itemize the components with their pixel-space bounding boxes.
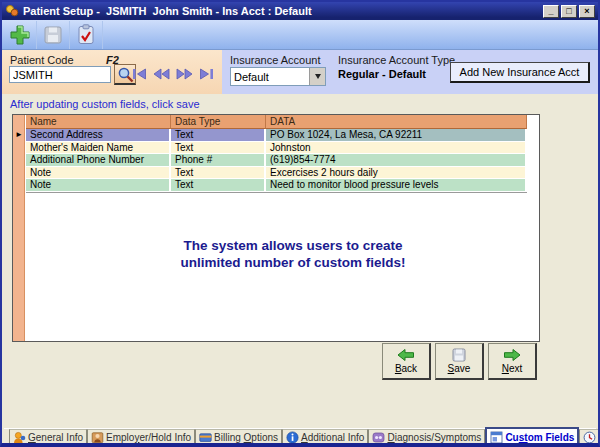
grid-header-cell: Data Type (171, 115, 266, 129)
grid-header-cell: Name (26, 115, 171, 129)
tab-custom-fields-label: Custom Fields (505, 432, 574, 443)
grid-cell[interactable]: Note (26, 179, 171, 192)
grid-cell[interactable]: Text (171, 167, 266, 180)
grid-cell[interactable]: Phone # (171, 154, 266, 167)
floppy-icon (43, 25, 63, 45)
person-icon (13, 431, 26, 444)
tab-billing-options[interactable]: Billing Options (195, 429, 282, 446)
tab-additional-info[interactable]: Additional Info (282, 429, 368, 446)
grid-cell[interactable]: Additional Phone Number (26, 154, 171, 167)
verify-button[interactable] (70, 21, 103, 49)
add-new-insurance-acct-button[interactable]: Add New Insurance Acct (450, 62, 590, 83)
tab-employer-hold-info-label: Employer/Hold Info (106, 432, 191, 443)
nav-first-icon[interactable] (132, 68, 147, 80)
bottom-tab-bar: General InfoEmployer/Hold InfoBilling Op… (4, 428, 596, 447)
title-bar: Patient Setup - JSMITH John Smith - Ins … (2, 2, 598, 20)
diagnosis-icon (372, 431, 385, 444)
grid-row[interactable]: Additional Phone NumberPhone #(619)854-7… (26, 154, 527, 167)
arrow-left-icon (397, 348, 415, 362)
grid-cell[interactable]: Second Address (26, 129, 171, 142)
tab-employer-hold-info[interactable]: Employer/Hold Info (87, 429, 195, 446)
grid-header-cell: DATA (266, 115, 527, 129)
floppy-small-icon (452, 348, 466, 362)
maximize-button[interactable]: □ (561, 5, 577, 18)
patient-code-input[interactable] (9, 66, 111, 83)
save-button[interactable]: Save (435, 343, 484, 380)
grid-cell[interactable]: (619)854-7774 (266, 154, 527, 167)
grid-row[interactable]: NoteTextExcercises 2 hours daily (26, 167, 527, 180)
insurance-account-value: Default (231, 71, 309, 83)
main-toolbar (2, 20, 598, 50)
employer-icon (91, 431, 104, 444)
grid-cell[interactable]: Text (171, 142, 266, 155)
selected-row-arrow: ► (15, 131, 23, 139)
insurance-account-select[interactable]: Default (230, 67, 326, 86)
status-message: After updating custom fields, click save (10, 98, 200, 110)
plus-icon (9, 24, 31, 46)
window-title: Patient Setup - JSMITH John Smith - Ins … (23, 5, 539, 17)
nav-next-icon[interactable] (176, 68, 193, 80)
save-record-button[interactable] (37, 21, 70, 49)
row-selector-column: ► (13, 115, 25, 341)
tab-custom-fields[interactable]: Custom Fields (485, 427, 579, 447)
custom-fields-grid: ► NameData TypeDATA Second AddressTextPO… (12, 114, 540, 342)
back-button-label: Back (395, 363, 417, 374)
add-record-button[interactable] (4, 21, 37, 49)
insurance-account-label: Insurance Account (230, 54, 321, 66)
grid-cell[interactable]: PO Box 1024, La Mesa, CA 92211 (266, 129, 527, 142)
grid-row[interactable]: NoteTextNeed to monitor blood pressure l… (26, 179, 527, 192)
patient-setup-window: Patient Setup - JSMITH John Smith - Ins … (0, 0, 600, 447)
tab-diagnosis-symptoms-label: Diagnosis/Symptoms (387, 432, 481, 443)
tab-additional-info-label: Additional Info (301, 432, 364, 443)
nav-prev-icon[interactable] (153, 68, 170, 80)
nav-last-icon[interactable] (199, 68, 214, 80)
grid-body: Second AddressTextPO Box 1024, La Mesa, … (26, 129, 527, 192)
grid-cell[interactable]: Need to monitor blood pressure levels (266, 179, 527, 192)
billing-icon (199, 431, 212, 444)
grid-table: NameData TypeDATA Second AddressTextPO B… (26, 115, 527, 193)
tab-appointments[interactable]: Appointments (579, 429, 600, 446)
tab-general-info[interactable]: General Info (9, 429, 87, 446)
info-message-line2: unlimited number of custom fields! (47, 254, 539, 271)
grid-cell[interactable]: Text (171, 129, 266, 142)
clipboard-check-icon (77, 24, 95, 45)
tab-general-info-label: General Info (28, 432, 83, 443)
insurance-account-type-label: Insurance Account Type (338, 54, 455, 66)
grid-cell[interactable]: Note (26, 167, 171, 180)
back-button[interactable]: Back (382, 343, 431, 380)
next-button[interactable]: Next (488, 343, 537, 380)
grid-cell[interactable]: Johnston (266, 142, 527, 155)
minimize-button[interactable]: _ (543, 5, 559, 18)
save-button-label: Save (448, 363, 471, 374)
grid-cell[interactable]: Text (171, 179, 266, 192)
chevron-down-icon[interactable] (309, 68, 325, 85)
tab-diagnosis-symptoms[interactable]: Diagnosis/Symptoms (368, 429, 485, 446)
grid-cell[interactable]: Mother's Maiden Name (26, 142, 171, 155)
grid-row[interactable]: Second AddressTextPO Box 1024, La Mesa, … (26, 129, 527, 142)
grid-header-row: NameData TypeDATA (26, 115, 527, 129)
info-icon (286, 431, 299, 444)
insurance-account-type-value: Regular - Default (338, 68, 426, 80)
info-message-line1: The system allows users to create (47, 237, 539, 254)
grid-cell[interactable]: Excercises 2 hours daily (266, 167, 527, 180)
arrow-right-icon (503, 348, 521, 362)
close-button[interactable]: × (579, 5, 595, 18)
next-button-label: Next (502, 363, 523, 374)
grid-row[interactable]: Mother's Maiden NameTextJohnston (26, 142, 527, 155)
info-message: The system allows users to create unlimi… (13, 237, 539, 271)
custom-fields-icon (490, 431, 503, 444)
app-icon (5, 4, 19, 18)
patient-code-label: Patient Code (10, 54, 74, 66)
tab-billing-options-label: Billing Options (214, 432, 278, 443)
clock-icon (583, 431, 596, 444)
